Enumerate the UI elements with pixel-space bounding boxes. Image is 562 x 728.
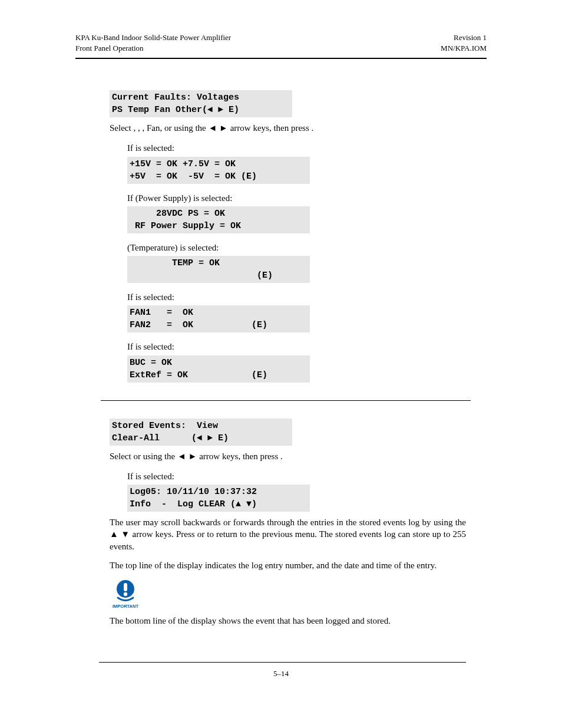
body-text: If is selected: xyxy=(127,142,466,154)
body-text: (Temperature) is selected: xyxy=(127,242,466,253)
header-docnum: MN/KPA.IOM xyxy=(441,43,487,54)
body-text: If is selected: xyxy=(127,470,466,482)
header-left: KPA Ku-Band Indoor Solid-State Power Amp… xyxy=(75,32,231,53)
subsection-voltages: If is selected: +15V = OK +7.5V = OK +5V… xyxy=(110,142,466,382)
svg-rect-1 xyxy=(124,583,127,591)
lcd-display-fan: FAN1 = OK FAN2 = OK (E) xyxy=(127,305,310,332)
important-icon: IMPORTANT xyxy=(110,578,466,609)
lcd-display-voltages: +15V = OK +7.5V = OK +5V = OK -5V = OK (… xyxy=(127,157,310,184)
page-header: KPA Ku-Band Indoor Solid-State Power Amp… xyxy=(75,32,487,54)
lcd-display-temp: TEMP = OK (E) xyxy=(127,256,310,283)
body-text: The top line of the display indicates th… xyxy=(110,559,466,571)
section-divider xyxy=(101,400,471,401)
lcd-display-ps: 28VDC PS = OK RF Power Supply = OK xyxy=(127,206,310,233)
body-text: The user may scroll backwards or forward… xyxy=(110,516,466,552)
footer-rule xyxy=(99,662,466,663)
body-text: If is selected: xyxy=(127,341,466,353)
subsection-view: If is selected: Log05: 10/11/10 10:37:32… xyxy=(110,470,466,512)
important-label: IMPORTANT xyxy=(113,604,138,609)
lcd-display-stored-events: Stored Events: View Clear-All (◄ ► E) xyxy=(110,419,292,446)
body-text: Select , , , Fan, or using the ◄ ► arrow… xyxy=(110,122,466,134)
header-revision: Revision 1 xyxy=(441,32,487,43)
lcd-display-current-faults: Current Faults: Voltages PS Temp Fan Oth… xyxy=(110,90,292,117)
header-product: KPA Ku-Band Indoor Solid-State Power Amp… xyxy=(75,32,231,43)
body-text: The bottom line of the display shows the… xyxy=(110,615,466,627)
lcd-display-log: Log05: 10/11/10 10:37:32 Info - Log CLEA… xyxy=(127,485,310,512)
body-text: If is selected: xyxy=(127,291,466,303)
page-number: 5–14 xyxy=(75,668,487,679)
header-section: Front Panel Operation xyxy=(75,43,231,54)
body-text: If (Power Supply) is selected: xyxy=(127,192,466,204)
header-right: Revision 1 MN/KPA.IOM xyxy=(441,32,487,53)
page-content: Current Faults: Voltages PS Temp Fan Oth… xyxy=(75,59,487,627)
lcd-display-other: BUC = OK ExtRef = OK (E) xyxy=(127,355,310,383)
body-text: Select or using the ◄ ► arrow keys, then… xyxy=(110,450,466,462)
svg-point-2 xyxy=(124,592,127,596)
